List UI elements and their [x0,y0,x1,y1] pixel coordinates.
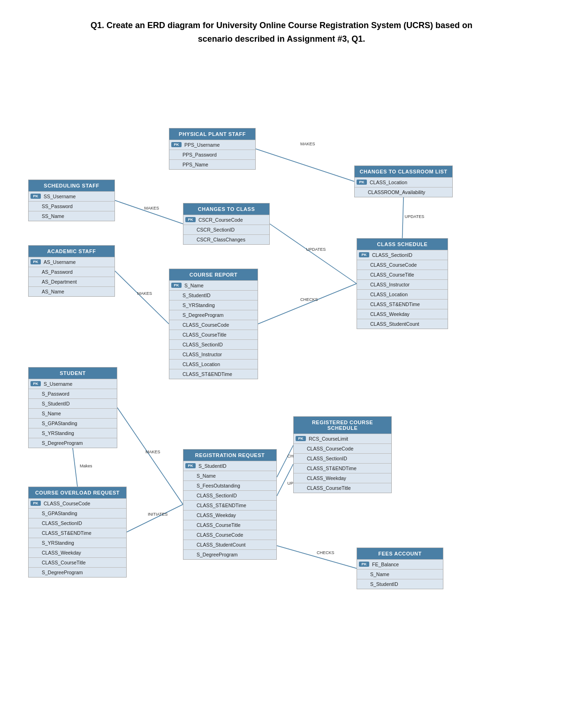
entity-registered-course-schedule: REGISTERED COURSE SCHEDULE PK RCS_Course… [293,416,392,493]
fa-field-2: S_StudentID [357,579,443,589]
svg-text:MAKES: MAKES [137,291,152,295]
pk-badge-cr: PK [171,283,182,288]
entity-header-pps: PHYSICAL PLANT STAFF [169,128,255,140]
svg-line-2 [115,200,183,224]
entity-academic-staff: ACADEMIC STAFF PK AS_Username AS_Passwor… [28,245,115,297]
cr-field-8: CLASS_Location [169,359,258,369]
cr-field-6: CLASS_SectionID [169,339,258,349]
student-field-2: S_StudentID [29,398,117,408]
as-field-1: AS_Password [29,267,114,277]
rcs-field-5: CLASS_CourseTitle [294,483,391,493]
pk-badge-fa: PK [359,562,369,567]
entity-student: STUDENT PK S_Username S_Password S_Stude… [28,367,117,448]
entity-fees-account: FEES ACCOUNT PK FE_Balance S_Name S_Stud… [357,548,443,589]
cor-pk-field: CLASS_CourseCode [44,501,122,506]
svg-text:INITIATES: INITIATES [148,511,167,516]
rr-pk-field: S_StudentID [198,463,273,469]
svg-text:MAKES: MAKES [145,205,160,210]
cor-field-1: S_GPAStanding [29,508,126,518]
entity-header-fa: FEES ACCOUNT [357,548,443,559]
svg-line-16 [127,504,183,532]
entity-class-schedule: CLASS SCHEDULE PK CLASS_SectionID CLASS_… [357,238,448,329]
rr-field-4: CLASS_ST&ENDTime [183,500,276,510]
svg-line-12 [117,407,183,504]
cr-field-4: CLASS_CourseCode [169,320,258,330]
cr-field-5: CLASS_CourseTitle [169,330,258,339]
pk-badge-student: PK [30,381,41,386]
ctc-field-2: CSCR_ClassChanges [183,234,269,244]
cr-field-1: S_StudentID [169,290,258,300]
entity-header-rr: REGISTRATION REQUEST [183,450,276,461]
entity-header-as: ACADEMIC STAFF [29,246,114,257]
ss-pk-field: SS_Username [44,194,111,199]
erd-diagram: MAKESMAKESMAKESUPDATESUPDATESCHECKSMAKES… [0,55,563,712]
entity-changes-classroom-list: CHANGES TO CLASSROOM LIST PK CLASS_Locat… [354,165,453,197]
ss-field-2: SS_Name [29,211,114,221]
pk-badge-rcs: PK [296,436,306,441]
svg-line-20 [277,464,293,496]
entity-course-report: COURSE REPORT PK S_Name S_StudentID S_YR… [169,269,258,379]
pk-badge-ctc: PK [185,217,196,222]
cor-field-7: S_DegreeProgram [29,567,126,577]
pk-badge-as: PK [30,259,41,264]
svg-line-4 [115,271,169,324]
cs-field-2: CLASS_CourseTitle [357,270,448,279]
pk-badge-cor: PK [30,501,41,506]
ctc-pk-field: CSCR_CourseCode [198,217,266,223]
cor-field-4: S_YRStanding [29,538,126,548]
student-pk-field: S_Username [44,381,113,387]
pps-field-2: PPS_Name [169,159,255,169]
entity-header-ctc: CHANGES TO CLASS [183,203,269,215]
cor-field-3: CLASS_ST&ENDTime [29,528,126,538]
rr-field-8: CLASS_StudentCount [183,540,276,549]
rcs-field-4: CLASS_Weekday [294,473,391,483]
entity-registration-request: REGISTRATION REQUEST PK S_StudentID S_Na… [183,449,277,560]
svg-line-0 [256,149,354,181]
rr-field-2: S_FeesOutstanding [183,480,276,490]
svg-line-6 [270,224,357,284]
entity-header-student: STUDENT [29,368,117,379]
svg-line-22 [277,546,357,569]
ccl-pk-field: CLASS_Location [370,180,449,185]
pps-pk-field: PPS_Username [184,142,251,148]
cr-field-3: S_DegreeProgram [169,310,258,320]
svg-text:MAKES: MAKES [145,449,160,454]
rcs-pk-field: RCS_CourseLimit [309,436,388,442]
svg-text:UPDATES: UPDATES [306,247,326,252]
svg-text:CHECKS: CHECKS [300,297,318,302]
rcs-field-2: CLASS_SectionID [294,453,391,463]
ctc-field-1: CSCR_SectionID [183,225,269,234]
cr-field-9: CLASS_ST&ENDTime [169,369,258,379]
student-field-6: S_DegreeProgram [29,438,117,448]
svg-text:CHECKS: CHECKS [317,550,335,555]
entity-header-cr: COURSE REPORT [169,269,258,280]
student-field-4: S_GPAStanding [29,418,117,428]
student-field-5: S_YRStanding [29,428,117,438]
cor-field-5: CLASS_Weekday [29,548,126,557]
svg-line-14 [73,448,77,487]
cor-field-6: CLASS_CourseTitle [29,557,126,567]
ss-field-1: SS_Password [29,201,114,211]
page-title: Q1. Create an ERD diagram for University… [0,0,563,55]
fa-pk-field: FE_Balance [372,562,439,567]
rr-field-1: S_Name [183,471,276,480]
as-field-2: AS_Department [29,277,114,286]
student-field-1: S_Password [29,389,117,398]
cor-field-2: CLASS_SectionID [29,518,126,528]
cs-field-3: CLASS_Instructor [357,279,448,289]
entity-scheduling-staff: SCHEDULING STAFF PK SS_Username SS_Passw… [28,180,115,221]
entity-changes-to-class: CHANGES TO CLASS PK CSCR_CourseCode CSCR… [183,203,270,245]
rcs-field-1: CLASS_CourseCode [294,443,391,453]
cs-field-4: CLASS_Location [357,289,448,299]
svg-text:Makes: Makes [80,464,92,468]
pk-badge-rr: PK [185,463,196,468]
as-pk-field: AS_Username [44,259,111,265]
cs-pk-field: CLASS_SectionID [372,252,444,258]
entity-course-overload-request: COURSE OVERLOAD REQUEST PK CLASS_CourseC… [28,487,127,578]
entity-physical-plant-staff: PHYSICAL PLANT STAFF PK PPS_Username PPS… [169,128,256,170]
entity-header-ccl: CHANGES TO CLASSROOM LIST [355,166,452,177]
pk-badge-ss: PK [30,194,41,199]
svg-line-8 [403,197,404,238]
cr-field-2: S_YRStanding [169,300,258,310]
rr-field-7: CLASS_CourseCode [183,530,276,540]
